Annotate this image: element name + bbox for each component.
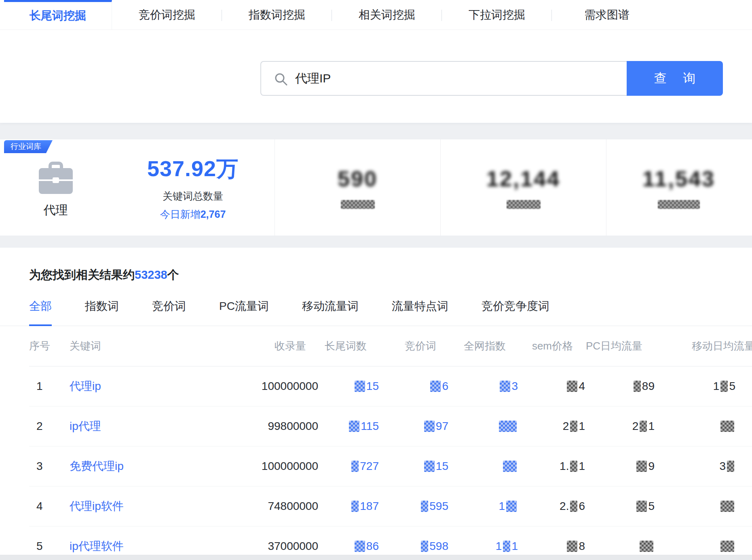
- pc-traffic-cell: 89: [585, 380, 655, 393]
- inclusion-cell: 37000000: [262, 540, 318, 553]
- inclusion-cell: 100000000: [262, 460, 318, 473]
- inclusion-cell: 100000000: [262, 380, 318, 393]
- bidword-cell: 6: [379, 380, 448, 393]
- tab-label: 长尾词挖掘: [30, 8, 86, 23]
- censor-mosaic: [636, 461, 647, 472]
- header-inclusion: 收录量: [275, 339, 318, 353]
- header-keyword: 关键词: [70, 339, 262, 353]
- censored-stat-label: [658, 200, 700, 209]
- inclusion-cell: 74800000: [262, 500, 318, 513]
- sem-price-cell: 1.1: [518, 460, 585, 473]
- keyword-tool-page: 长尾词挖掘 竞价词挖掘 指数词挖掘 相关词挖掘 下拉词挖掘 需求图谱: [0, 0, 752, 560]
- keyword-link[interactable]: 免费代理ip: [70, 459, 262, 474]
- censor-mosaic: [567, 541, 577, 552]
- keyword-link[interactable]: 代理ip软件: [70, 499, 262, 514]
- tab-label: 竞价词挖掘: [139, 7, 195, 23]
- censored-stat-label: [341, 200, 375, 209]
- bidword-cell: 15: [379, 460, 448, 473]
- censor-mosaic: [640, 541, 653, 552]
- inclusion-cell: 99800000: [262, 420, 318, 433]
- pc-traffic-cell: 9: [585, 460, 655, 473]
- header-pc-daily-traffic: PC日均流量: [586, 339, 655, 353]
- censor-mosaic: [720, 541, 734, 552]
- censor-mosaic: [424, 421, 435, 432]
- today-new-value: 2,767: [201, 208, 226, 220]
- tab-dropdownword-mining[interactable]: 下拉词挖掘: [442, 0, 552, 29]
- filter-tab-pc-traffic[interactable]: PC流量词: [219, 299, 269, 326]
- pc-traffic-cell: 5: [585, 500, 655, 513]
- header-longtail: 长尾词数: [325, 339, 379, 353]
- sem-price-cell: 8: [518, 540, 585, 553]
- censor-mosaic: [636, 501, 647, 512]
- summary-prefix: 为您找到相关结果约: [29, 268, 135, 281]
- filter-tab-bidwords[interactable]: 竞价词: [152, 299, 186, 326]
- table-row[interactable]: 3 免费代理ip 100000000 727 15 1.1 9 3: [29, 446, 752, 486]
- keyword-total-block: 537.92万 关键词总数量 今日新增2,767: [111, 154, 275, 221]
- header-bidword: 竞价词: [405, 339, 448, 353]
- censor-mosaic: [567, 381, 577, 392]
- censor-mosaic: [506, 501, 517, 512]
- filter-tab-traffic-feature[interactable]: 流量特点词: [392, 299, 448, 326]
- query-button[interactable]: 查 询: [627, 61, 723, 96]
- tab-bidword-mining[interactable]: 竞价词挖掘: [112, 0, 222, 29]
- industry-name: 代理: [0, 202, 111, 219]
- filter-tab-mobile-traffic[interactable]: 移动流量词: [302, 299, 359, 326]
- bidword-cell: 598: [379, 540, 448, 553]
- longtail-cell: 187: [318, 500, 379, 513]
- longtail-cell: 727: [318, 460, 379, 473]
- keyword-total-value: 537.92万: [111, 154, 275, 184]
- censor-mosaic: [421, 501, 428, 512]
- tab-label: 下拉词挖掘: [469, 7, 525, 23]
- censor-mosaic: [499, 421, 517, 432]
- keyword-link[interactable]: ip代理软件: [70, 539, 262, 554]
- horizontal-scrollbar[interactable]: [0, 555, 752, 560]
- netindex-cell: [448, 461, 518, 472]
- longtail-cell: 86: [318, 540, 379, 553]
- table-header-row: 序号 关键词 收录量 长尾词数 竞价词 全网指数 sem价格 PC日均流量 移动…: [29, 326, 752, 366]
- netindex-cell: 1: [448, 500, 518, 513]
- censored-stat-label: [507, 200, 541, 209]
- keyword-total-label: 关键词总数量: [111, 189, 275, 203]
- row-index: 1: [29, 380, 70, 393]
- search-input[interactable]: [261, 62, 627, 95]
- netindex-cell: 3: [448, 380, 518, 393]
- bidword-cell: 595: [379, 500, 448, 513]
- header-sem-price: sem价格: [532, 339, 585, 353]
- industry-summary-column: 代理 537.92万 关键词总数量 今日新增2,767: [0, 139, 275, 236]
- row-index: 2: [29, 420, 70, 433]
- table-row[interactable]: 1 代理ip 100000000 15 6 3 4 89 15: [29, 366, 752, 406]
- sem-price-cell: 21: [518, 420, 585, 433]
- keyword-link[interactable]: 代理ip: [70, 379, 262, 394]
- industry-lexicon-badge: 行业词库: [4, 140, 53, 153]
- results-panel: 为您找到相关结果约53238个 全部 指数词 竞价词 PC流量词 移动流量词 流…: [0, 248, 752, 560]
- censor-mosaic: [355, 381, 365, 392]
- tab-indexword-mining[interactable]: 指数词挖掘: [222, 0, 332, 29]
- table-row[interactable]: 2 ip代理 99800000 115 97 21 21: [29, 406, 752, 446]
- censor-mosaic: [500, 381, 510, 392]
- blurred-stat-value: 12,144: [486, 166, 560, 191]
- filter-tab-all[interactable]: 全部: [29, 299, 52, 326]
- table-row[interactable]: 4 代理ip软件 74800000 187 595 1 2.6 5: [29, 486, 752, 526]
- industry-icon-block: 代理: [0, 157, 111, 219]
- blurred-stat-column: 590: [275, 139, 441, 236]
- tab-label: 需求图谱: [584, 7, 629, 23]
- filter-tab-indexwords[interactable]: 指数词: [85, 299, 119, 326]
- mobile-traffic-cell: [655, 541, 735, 552]
- tab-demand-graph[interactable]: 需求图谱: [552, 0, 662, 29]
- tab-relatedword-mining[interactable]: 相关词挖掘: [332, 0, 442, 29]
- results-summary: 为您找到相关结果约53238个: [0, 248, 752, 283]
- tab-longtail-mining[interactable]: 长尾词挖掘: [4, 0, 112, 29]
- censor-mosaic: [421, 541, 428, 552]
- censor-mosaic: [640, 421, 647, 432]
- blurred-stat-value: 590: [338, 166, 378, 191]
- mining-tab-bar: 长尾词挖掘 竞价词挖掘 指数词挖掘 相关词挖掘 下拉词挖掘 需求图谱: [0, 0, 752, 30]
- censor-mosaic: [570, 501, 577, 512]
- blurred-stat-column: 12,144: [441, 139, 606, 236]
- censor-mosaic: [503, 461, 517, 472]
- filter-tab-bid-competition[interactable]: 竞价竞争度词: [482, 299, 549, 326]
- netindex-cell: [448, 421, 518, 432]
- header-index: 序号: [29, 339, 70, 353]
- censor-mosaic: [355, 541, 365, 552]
- keyword-link[interactable]: ip代理: [70, 419, 262, 434]
- tab-label: 相关词挖掘: [359, 7, 415, 23]
